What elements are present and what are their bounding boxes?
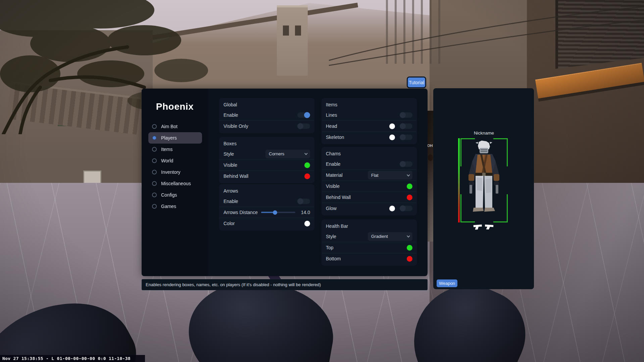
sidebar-item-inventory[interactable]: Inventory (148, 166, 202, 178)
toggle-knob (400, 205, 406, 211)
setting-row-color: Color (219, 218, 314, 229)
setting-row-top: Top (322, 242, 416, 253)
head-color-swatch[interactable] (389, 123, 395, 129)
bottom-color-swatch[interactable] (407, 256, 412, 262)
slider-handle[interactable] (273, 210, 277, 215)
panel-title: Items (321, 100, 417, 109)
pistol-icon (473, 223, 483, 230)
power-lines (302, 0, 644, 74)
setting-row-enable: Enable (219, 196, 314, 207)
arrows-distance-slider[interactable] (261, 210, 295, 215)
setting-row-visible: Visible (219, 159, 314, 170)
sidebar-item-label: Inventory (161, 169, 181, 175)
setting-row-glow: Glow (322, 203, 416, 214)
lines-toggle[interactable] (400, 112, 412, 118)
sidebar-item-label: Miscellaneous (161, 181, 191, 186)
sidebar-item-configs[interactable]: Configs (148, 189, 202, 201)
toggle-knob (400, 112, 406, 118)
skeleton-color-swatch[interactable] (389, 135, 395, 140)
sidebar-item-miscellaneous[interactable]: Miscellaneous (148, 178, 202, 189)
dropdown-value: Gradient (371, 234, 388, 239)
setting-row-skeleton: Skeleton (322, 132, 416, 143)
skeleton-toggle[interactable] (400, 135, 412, 140)
sidebar-item-label: Configs (161, 192, 177, 198)
status-bar: Nov 27 15:38:55 - L 01-00-00-00-00 0:0 1… (0, 355, 145, 362)
panel-arrows: Arrows Enable Arrows Distance 14.0 Color (219, 184, 314, 230)
setting-row-enable: Enable (219, 109, 314, 120)
sidebar-item-label: Games (161, 204, 176, 209)
healthbar-style-dropdown[interactable]: Gradient (368, 232, 412, 241)
setting-row-style: Style Corners (219, 148, 314, 159)
toggle-knob (400, 161, 406, 167)
sidebar-item-label: Items (161, 147, 172, 152)
wall-poster: OH (427, 111, 434, 242)
head-toggle[interactable] (400, 123, 412, 129)
panel-title: Arrows (219, 186, 314, 196)
pistol-icon (484, 223, 494, 230)
panel-title: Global (219, 100, 314, 109)
setting-row-bottom: Bottom (322, 253, 416, 264)
toggle-knob (297, 198, 303, 204)
glow-toggle[interactable] (400, 206, 412, 211)
radio-icon (152, 193, 157, 197)
poster-text: OH (427, 144, 433, 148)
toggle-knob (400, 123, 406, 129)
cheat-menu-window: Phoenix Aim Bot Players Items World (142, 89, 428, 276)
radio-checked-icon (152, 136, 157, 140)
chevron-down-icon (407, 234, 410, 238)
setting-row-behind-wall: Behind Wall (322, 192, 416, 203)
panel-chams: Chams Enable Material Flat Visible Behin… (321, 147, 417, 215)
arrows-enable-toggle[interactable] (297, 199, 310, 204)
setting-row-visible-only: Visible Only (219, 120, 314, 132)
preview-nickname: Nickname (458, 131, 509, 136)
toggle-knob (400, 134, 406, 140)
slider-value: 14.0 (299, 210, 310, 215)
panel-global: Global Enable Visible Only (219, 98, 314, 133)
chams-visible-color-swatch[interactable] (407, 184, 412, 189)
esp-preview-panel: Nickname (433, 88, 534, 289)
radio-icon (152, 124, 157, 129)
setting-row-arrows-distance: Arrows Distance 14.0 (219, 207, 314, 218)
dropdown-value: Corners (269, 151, 284, 156)
weapon-button[interactable]: Weapon (437, 279, 457, 287)
sidebar-item-games[interactable]: Games (148, 201, 202, 212)
sidebar: Phoenix Aim Bot Players Items World (142, 89, 208, 276)
setting-row-enable: Enable (322, 158, 416, 169)
dropdown-value: Flat (371, 173, 379, 178)
sidebar-nav: Aim Bot Players Items World Inventory (148, 121, 202, 212)
material-dropdown[interactable]: Flat (368, 171, 412, 179)
sidebar-item-label: World (161, 158, 173, 163)
arrow-color-swatch[interactable] (304, 221, 310, 226)
radio-icon (152, 170, 157, 174)
sidebar-item-players[interactable]: Players (148, 132, 202, 144)
setting-row-head: Head (322, 120, 416, 132)
behind-wall-color-swatch[interactable] (304, 173, 310, 179)
sidebar-item-label: Players (161, 135, 177, 141)
chams-behind-wall-color-swatch[interactable] (407, 195, 412, 200)
box-style-dropdown[interactable]: Corners (265, 150, 310, 158)
setting-row-material: Material Flat (322, 169, 416, 180)
game-screenshot: OH Nov 27 15:38:55 - L 01-00-00-00-00 0:… (0, 0, 644, 362)
glow-color-swatch[interactable] (389, 206, 395, 211)
top-color-swatch[interactable] (407, 245, 412, 251)
weapon-icons (473, 223, 496, 230)
panel-health-bar: Health Bar Style Gradient Top Bottom (321, 219, 417, 266)
sidebar-item-aim-bot[interactable]: Aim Bot (148, 121, 202, 132)
visible-color-swatch[interactable] (304, 162, 310, 168)
sidebar-item-world[interactable]: World (148, 155, 202, 166)
sidebar-item-items[interactable]: Items (148, 144, 202, 155)
radio-icon (152, 204, 157, 209)
radio-icon (152, 147, 157, 152)
panel-items: Items Lines Head Skeleton (321, 98, 417, 144)
preview-health-bar (458, 138, 460, 222)
visible-only-toggle[interactable] (297, 123, 310, 129)
tutorial-button[interactable]: Tutorial (407, 76, 426, 88)
panel-title: Chams (321, 149, 417, 158)
sidebar-item-label: Aim Bot (161, 124, 178, 129)
toggle-knob (304, 112, 310, 118)
enable-toggle[interactable] (297, 112, 310, 118)
panel-boxes: Boxes Style Corners Visible Behind Wall (219, 137, 314, 183)
setting-row-lines: Lines (322, 109, 416, 120)
poster-figure (428, 154, 433, 161)
chams-enable-toggle[interactable] (400, 161, 412, 167)
